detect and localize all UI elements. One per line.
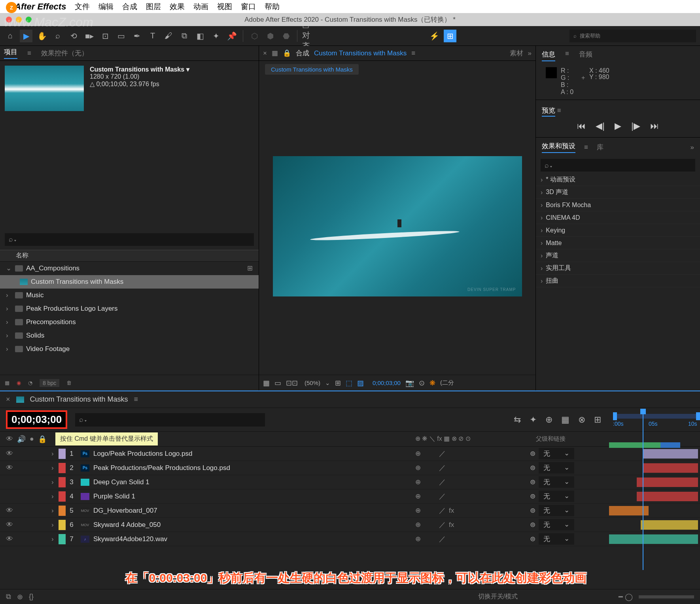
folder-precompositions[interactable]: ›Precompositions xyxy=(0,315,259,329)
parent-dropdown[interactable]: 无⌄ xyxy=(539,505,574,516)
brush-tool[interactable]: 🖌 xyxy=(162,30,175,42)
zoom-slider[interactable] xyxy=(639,595,694,598)
text-tool[interactable]: T xyxy=(146,30,159,42)
expand-icon[interactable]: » xyxy=(691,143,694,151)
layer-track[interactable] xyxy=(609,461,700,475)
folder-peak-productions[interactable]: ›Peak Productions Logo Layers xyxy=(0,302,259,315)
expand-layer-icon[interactable]: › xyxy=(51,493,59,500)
folder-solids[interactable]: ›Solids xyxy=(0,329,259,342)
pickwhip-icon[interactable]: ⊚ xyxy=(530,492,535,500)
layer-row[interactable]: 👁›7♪Skyward4Adobe120.wav⊕／⊚无⌄ xyxy=(0,532,700,546)
parent-dropdown[interactable]: 无⌄ xyxy=(539,491,574,502)
expand-layer-icon[interactable]: › xyxy=(51,464,59,472)
layer-track[interactable] xyxy=(609,447,700,461)
motion-blur-icon[interactable]: ⊗ xyxy=(578,415,585,425)
snapshot-icon[interactable]: 📷 xyxy=(405,379,414,387)
home-icon[interactable]: ⌂ xyxy=(4,30,17,42)
expand-layer-icon[interactable]: › xyxy=(51,521,59,529)
layer-name[interactable]: Purple Solid 1 xyxy=(93,493,415,500)
menu-effect[interactable]: 效果 xyxy=(170,2,185,12)
maximize-window[interactable] xyxy=(26,17,32,23)
menu-window[interactable]: 窗口 xyxy=(241,2,256,12)
effect-category[interactable]: ›扭曲 xyxy=(536,275,700,287)
layer-color[interactable] xyxy=(59,491,66,502)
pickwhip-icon[interactable]: ⊚ xyxy=(530,535,535,543)
pickwhip-icon[interactable]: ⊚ xyxy=(530,506,535,515)
expand-icon[interactable]: » xyxy=(528,49,532,57)
grid-icon[interactable]: ▦ xyxy=(263,379,270,387)
menu-view[interactable]: 视图 xyxy=(217,2,232,12)
parent-dropdown[interactable]: 无⌄ xyxy=(539,533,574,545)
menu-help[interactable]: 帮助 xyxy=(265,2,280,12)
close-tab-icon[interactable]: × xyxy=(263,49,267,57)
eye-icon[interactable]: 👁 xyxy=(6,521,13,529)
play-icon[interactable]: ▶ xyxy=(615,121,621,131)
footer-icon[interactable]: ⊕ xyxy=(17,593,23,601)
bpc-button[interactable]: 8 bpc xyxy=(40,379,59,387)
layer-switches[interactable]: ⊕／ xyxy=(415,492,530,501)
layer-switches[interactable]: ⊕／ xyxy=(415,463,530,472)
folder-music[interactable]: ›Music xyxy=(0,289,259,302)
panel-menu-icon[interactable]: ≡ xyxy=(27,49,31,57)
layer-switches[interactable]: ⊕／ xyxy=(415,478,530,487)
tab-effects[interactable]: 效果和预设 xyxy=(542,142,575,153)
frame-blend-icon[interactable]: ▦ xyxy=(561,415,569,425)
panel-menu-icon[interactable]: ≡ xyxy=(411,49,415,57)
playhead[interactable] xyxy=(643,412,643,570)
lock-col-icon[interactable]: 🔒 xyxy=(38,435,47,444)
pen-tool[interactable]: ✒ xyxy=(131,30,143,42)
panel-menu-icon[interactable]: ≡ xyxy=(565,50,569,61)
tab-effect-controls[interactable]: 效果控件（无） xyxy=(41,49,88,58)
workspace-icon[interactable]: ⊞ xyxy=(444,30,456,42)
layer-switches[interactable]: ⊕／fx xyxy=(415,520,530,529)
project-search-input[interactable]: ⌕▾ xyxy=(5,233,254,246)
layer-track[interactable] xyxy=(609,532,700,546)
effect-category[interactable]: ›CINEMA 4D xyxy=(536,211,700,224)
expand-layer-icon[interactable]: › xyxy=(51,478,59,486)
lock-icon[interactable]: 🔒 xyxy=(283,49,291,57)
channels-icon[interactable]: ❋ xyxy=(429,379,435,387)
pickwhip-icon[interactable]: ⊚ xyxy=(530,449,535,458)
search-help-input[interactable]: ⌕ 搜索帮助 xyxy=(569,30,696,42)
selection-tool[interactable]: ▶ xyxy=(20,30,32,42)
col-parent[interactable]: 父级和链接 xyxy=(530,435,609,443)
project-list-header-name[interactable]: 名称 xyxy=(0,250,259,262)
current-time[interactable]: 0;00;03;00 xyxy=(373,379,401,386)
zoom-dropdown[interactable]: (50%) xyxy=(305,379,320,386)
effect-category[interactable]: ›Keying xyxy=(536,224,700,237)
layer-track[interactable] xyxy=(609,504,700,517)
layer-switches[interactable]: ⊕／ xyxy=(415,449,530,458)
comp-flowchart-icon[interactable]: ⇆ xyxy=(514,415,521,425)
sidebar-label[interactable]: 素材 xyxy=(510,49,523,58)
effect-category[interactable]: ›声道 xyxy=(536,249,700,262)
close-window[interactable] xyxy=(6,17,12,23)
speaker-col-icon[interactable]: 🔊 xyxy=(17,435,26,444)
effect-category[interactable]: ›3D 声道 xyxy=(536,186,700,199)
comp-item-custom-transitions[interactable]: Custom Transitions with Masks xyxy=(0,275,259,289)
layer-track[interactable] xyxy=(609,475,700,489)
folder-video-footage[interactable]: ›Video Footage xyxy=(0,342,259,356)
axis-local-icon[interactable]: ⬡ xyxy=(248,30,261,42)
resolution-dropdown[interactable]: (二分 xyxy=(440,379,454,387)
parent-dropdown[interactable]: 无⌄ xyxy=(539,476,574,488)
axis-view-icon[interactable]: ⬣ xyxy=(280,30,292,42)
menu-file[interactable]: 文件 xyxy=(75,2,90,12)
close-tab-icon[interactable]: × xyxy=(6,395,10,404)
app-name[interactable]: After Effects xyxy=(15,2,66,12)
layer-name[interactable]: Deep Cyan Solid 1 xyxy=(93,478,415,486)
layer-switches[interactable]: ⊕／ xyxy=(415,534,530,544)
prev-frame-icon[interactable]: ◀| xyxy=(596,121,605,131)
show-snapshot-icon[interactable]: ⊙ xyxy=(419,379,425,387)
puppet-tool[interactable]: 📌 xyxy=(225,30,238,42)
menu-composition[interactable]: 合成 xyxy=(122,2,137,12)
tab-project[interactable]: 项目 xyxy=(4,47,17,59)
comp-name[interactable]: Custom Transitions with Masks ▾ xyxy=(90,66,254,73)
menu-edit[interactable]: 编辑 xyxy=(98,2,114,12)
rectangle-tool[interactable]: ▭ xyxy=(115,30,127,42)
layer-row[interactable]: 👁›1PsLogo/Peak Productions Logo.psd⊕／⊚无⌄ xyxy=(0,447,700,461)
composition-viewport[interactable]: DEVIN SUPER TRAMP xyxy=(259,78,535,375)
orbit-tool[interactable]: ⟲ xyxy=(67,30,80,42)
current-timecode[interactable]: 0;00;03;00 xyxy=(6,410,67,429)
layer-color[interactable] xyxy=(59,463,66,473)
roi-icon[interactable]: ⬚ xyxy=(346,379,352,387)
